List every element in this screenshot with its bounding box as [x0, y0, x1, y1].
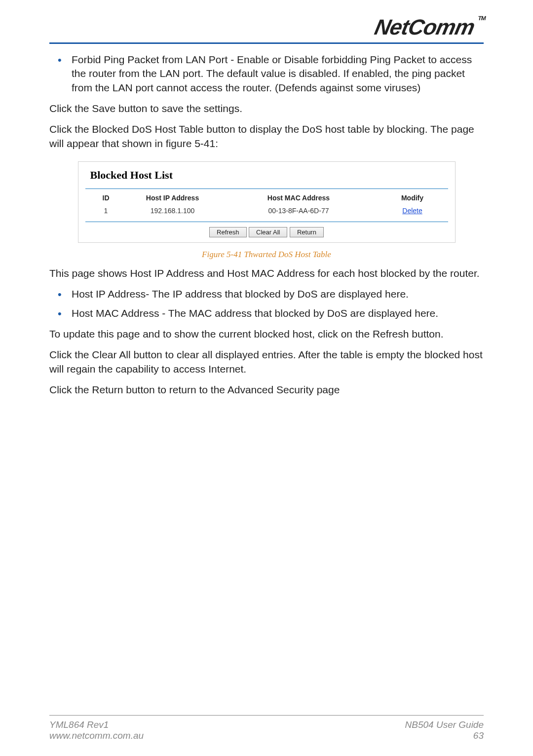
paragraph-return: Click the Return button to return to the… — [49, 383, 484, 397]
col-header-modify: Modify — [378, 194, 447, 202]
blocked-host-table: ID 1 Host IP Address 192.168.1.100 Host … — [83, 189, 450, 222]
panel-title: Blocked Host List — [90, 169, 450, 182]
paragraph-refresh: To update this page and to show the curr… — [49, 327, 484, 341]
cell-ip: 192.168.1.100 — [126, 207, 220, 215]
footer-url: www.netcomm.com.au — [49, 730, 144, 741]
footer-rev: YML864 Rev1 — [49, 719, 144, 730]
blocked-host-panel: Blocked Host List ID 1 Host IP Address 1… — [78, 161, 456, 243]
cell-id: 1 — [86, 207, 126, 215]
footer-page-number: 63 — [405, 730, 484, 741]
paragraph-blocked-table: Click the Blocked DoS Host Table button … — [49, 122, 484, 151]
trademark-symbol: TM — [477, 15, 486, 22]
paragraph-save: Click the Save button to save the settin… — [49, 102, 484, 115]
top-bullet-list: Forbid Ping Packet from LAN Port - Enabl… — [49, 53, 484, 95]
footer-right: NB504 User Guide 63 — [405, 719, 484, 741]
delete-link[interactable]: Delete — [402, 207, 422, 215]
paragraph-clear-all: Click the Clear All button to clear all … — [49, 348, 484, 376]
figure-caption: Figure 5-41 Thwarted DoS Host Table — [78, 250, 456, 260]
figure-container: Blocked Host List ID 1 Host IP Address 1… — [78, 161, 456, 260]
col-header-ip: Host IP Address — [126, 194, 220, 202]
host-info-bullets: Host IP Address- The IP address that blo… — [49, 287, 484, 320]
panel-rule-bottom — [85, 222, 448, 222]
panel-button-row: Refresh Clear All Return — [83, 227, 450, 237]
bullet-host-mac: Host MAC Address - The MAC address that … — [72, 306, 484, 320]
footer-left: YML864 Rev1 www.netcomm.com.au — [49, 719, 144, 741]
brand-logo-text: NetComm — [373, 15, 477, 39]
clear-all-button[interactable]: Clear All — [249, 227, 287, 237]
footer-guide: NB504 User Guide — [405, 719, 484, 730]
page-footer: YML864 Rev1 www.netcomm.com.au NB504 Use… — [49, 715, 484, 741]
bullet-forbid-ping: Forbid Ping Packet from LAN Port - Enabl… — [72, 53, 484, 95]
brand-logo: NetCommTM — [373, 15, 487, 39]
return-button[interactable]: Return — [290, 227, 324, 237]
col-header-id: ID — [86, 194, 126, 202]
paragraph-this-page: This page shows Host IP Address and Host… — [49, 266, 484, 280]
bullet-host-ip: Host IP Address- The IP address that blo… — [72, 287, 484, 301]
header-logo-row: NetCommTM — [49, 15, 484, 39]
col-header-mac: Host MAC Address — [220, 194, 378, 202]
cell-mac: 00-13-8F-AA-6D-77 — [220, 207, 378, 215]
header-divider — [49, 42, 484, 44]
refresh-button[interactable]: Refresh — [209, 227, 247, 237]
